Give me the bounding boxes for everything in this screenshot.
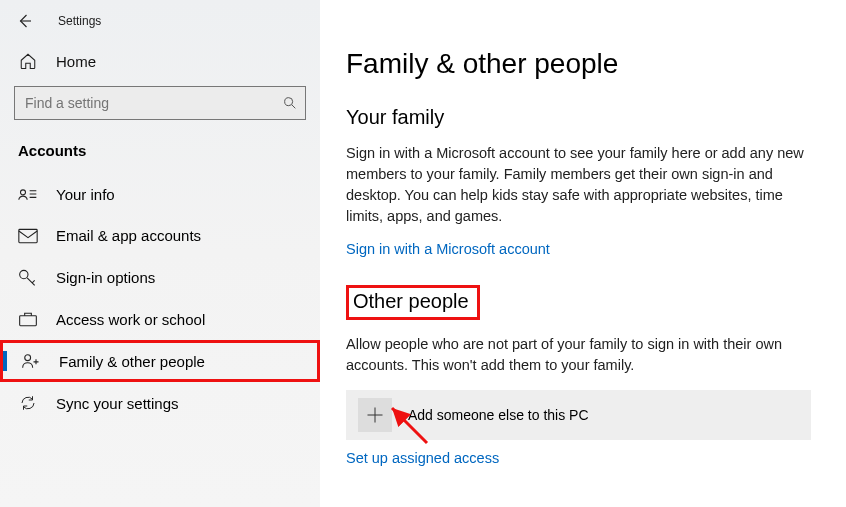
sidebar-item-email[interactable]: Email & app accounts [0, 215, 320, 256]
sync-icon [18, 394, 38, 412]
person-card-icon [18, 185, 38, 203]
back-button[interactable] [12, 8, 38, 34]
people-plus-icon [21, 352, 41, 370]
sidebar-item-label: Sign-in options [56, 269, 155, 286]
home-icon [18, 52, 38, 70]
sidebar-item-label: Your info [56, 186, 115, 203]
sidebar-item-signin[interactable]: Sign-in options [0, 256, 320, 298]
sidebar-item-work[interactable]: Access work or school [0, 298, 320, 340]
sidebar-item-label: Family & other people [59, 353, 205, 370]
add-someone-button[interactable]: Add someone else to this PC [346, 390, 811, 440]
svg-point-1 [21, 190, 26, 195]
your-family-heading: Your family [346, 106, 822, 129]
page-title: Family & other people [346, 48, 822, 80]
sidebar-item-sync[interactable]: Sync your settings [0, 382, 320, 424]
your-family-section: Your family Sign in with a Microsoft acc… [346, 106, 822, 257]
sidebar-item-your-info[interactable]: Your info [0, 173, 320, 215]
svg-point-0 [285, 98, 293, 106]
titlebar: Settings [0, 0, 320, 42]
search-icon [282, 95, 298, 111]
svg-point-3 [20, 270, 28, 278]
search-input[interactable] [14, 86, 306, 120]
sidebar-item-label: Access work or school [56, 311, 205, 328]
briefcase-icon [18, 310, 38, 328]
assigned-access-link[interactable]: Set up assigned access [346, 450, 499, 466]
sidebar-item-family[interactable]: Family & other people [0, 340, 320, 382]
sidebar-category: Accounts [0, 138, 320, 173]
sidebar-item-label: Sync your settings [56, 395, 179, 412]
your-family-desc: Sign in with a Microsoft account to see … [346, 143, 806, 227]
svg-point-5 [25, 355, 31, 361]
signin-microsoft-link[interactable]: Sign in with a Microsoft account [346, 241, 550, 257]
svg-rect-2 [19, 229, 37, 242]
plus-icon [358, 398, 392, 432]
sidebar-item-label: Email & app accounts [56, 227, 201, 244]
sidebar: Settings Home Accounts Your info Email &… [0, 0, 320, 507]
other-people-desc: Allow people who are not part of your fa… [346, 334, 806, 376]
search-container [14, 86, 306, 120]
svg-rect-4 [20, 316, 37, 326]
other-people-section: Other people Allow people who are not pa… [346, 285, 822, 466]
sidebar-home[interactable]: Home [0, 42, 320, 80]
window-title: Settings [58, 14, 101, 28]
mail-icon [18, 228, 38, 244]
key-icon [18, 268, 38, 286]
main-content: Family & other people Your family Sign i… [320, 0, 846, 507]
sidebar-home-label: Home [56, 53, 96, 70]
other-people-heading-highlight: Other people [346, 285, 480, 320]
arrow-left-icon [16, 12, 34, 30]
other-people-heading: Other people [353, 290, 469, 313]
add-someone-label: Add someone else to this PC [408, 407, 589, 423]
